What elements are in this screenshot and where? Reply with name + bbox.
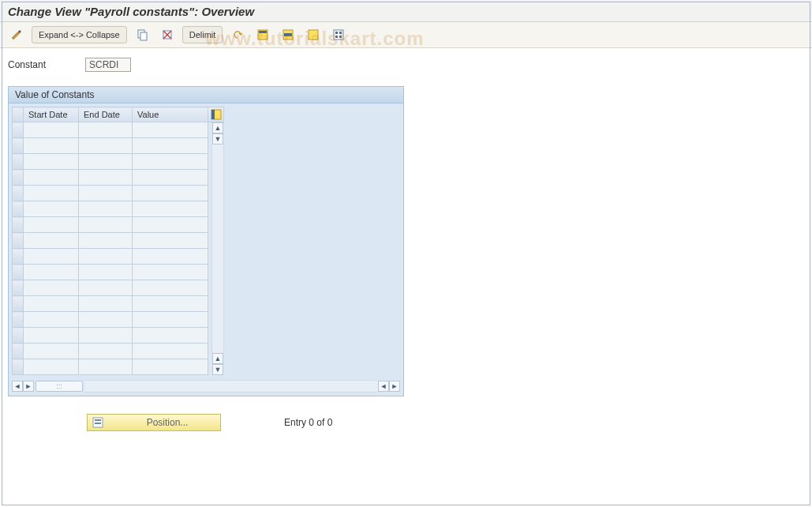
table-row[interactable] [13,280,208,296]
table-row[interactable] [13,201,208,217]
row-selector[interactable] [13,154,24,170]
cell-start-date[interactable] [24,359,79,375]
col-header-end-date[interactable]: End Date [79,107,133,122]
row-selector[interactable] [13,359,24,375]
cell-value[interactable] [133,170,208,186]
cell-end-date[interactable] [79,280,133,296]
table-row[interactable] [13,170,208,186]
table-row[interactable] [13,249,208,265]
cell-value[interactable] [133,344,208,359]
table-row[interactable] [13,233,208,249]
cell-value[interactable] [133,249,208,265]
table-row[interactable] [13,217,208,233]
cell-value[interactable] [133,154,208,170]
cell-value[interactable] [133,217,208,233]
cell-start-date[interactable] [24,328,79,344]
delimit-button[interactable]: Delimit [182,26,223,43]
row-selector[interactable] [13,170,24,186]
cell-end-date[interactable] [79,328,133,344]
cell-end-date[interactable] [79,217,133,233]
col-header-value[interactable]: Value [133,107,208,122]
row-selector[interactable] [13,249,24,265]
scroll-down-button[interactable]: ▼ [212,364,223,375]
vertical-scrollbar[interactable]: ▲ ▼ ▲ ▼ [211,122,224,375]
cell-value[interactable] [133,233,208,249]
cell-end-date[interactable] [79,186,133,201]
hscroll-track[interactable] [84,380,378,392]
row-selector[interactable] [13,344,24,359]
scroll-down-small-button[interactable]: ▼ [212,133,223,145]
configure-button[interactable] [328,26,349,43]
table-settings-button[interactable] [208,107,224,122]
cell-value[interactable] [133,328,208,344]
row-selector-header[interactable] [13,107,24,122]
cell-start-date[interactable] [24,344,79,359]
constant-field[interactable] [85,58,131,72]
copy-button[interactable] [132,26,152,43]
cell-end-date[interactable] [79,344,133,359]
position-button[interactable]: Position... [87,414,221,431]
cell-end-date[interactable] [79,312,133,328]
cell-value[interactable] [133,296,208,312]
cell-start-date[interactable] [24,312,79,328]
scroll-left-small-button[interactable]: ◄ [378,381,389,392]
table-row[interactable] [13,186,208,201]
cell-end-date[interactable] [79,201,133,217]
row-selector[interactable] [13,233,24,249]
cell-start-date[interactable] [24,280,79,296]
cell-end-date[interactable] [79,233,133,249]
cell-value[interactable] [133,280,208,296]
cell-value[interactable] [133,312,208,328]
col-header-start-date[interactable]: Start Date [24,107,79,122]
cell-value[interactable] [133,186,208,201]
table-row[interactable] [13,312,208,328]
cell-start-date[interactable] [24,249,79,265]
constants-table[interactable]: Start Date End Date Value [12,107,208,375]
table-row[interactable] [13,122,208,138]
cell-start-date[interactable] [24,170,79,186]
scroll-right-small-button[interactable]: ► [23,381,34,392]
cell-start-date[interactable] [24,154,79,170]
row-selector[interactable] [13,312,24,328]
row-selector[interactable] [13,201,24,217]
table-row[interactable] [13,359,208,375]
cell-value[interactable] [133,138,208,154]
deselect-all-button[interactable] [303,26,324,43]
table-row[interactable] [13,344,208,359]
table-row[interactable] [13,138,208,154]
scroll-right-button[interactable]: ► [389,381,400,392]
cell-value[interactable] [133,122,208,138]
table-row[interactable] [13,296,208,312]
toggle-display-change-button[interactable] [6,26,27,43]
undo-button[interactable] [227,26,248,43]
cell-start-date[interactable] [24,265,79,280]
scroll-up-button[interactable]: ▲ [212,122,223,133]
cell-end-date[interactable] [79,154,133,170]
row-selector[interactable] [13,138,24,154]
table-row[interactable] [13,328,208,344]
vscroll-track[interactable] [211,145,224,353]
cell-start-date[interactable] [24,138,79,154]
row-selector[interactable] [13,122,24,138]
cell-end-date[interactable] [79,296,133,312]
row-selector[interactable] [13,280,24,296]
scroll-up-small-button[interactable]: ▲ [212,353,223,364]
table-row[interactable] [13,154,208,170]
expand-collapse-button[interactable]: Expand <-> Collapse [32,26,127,43]
cell-end-date[interactable] [79,122,133,138]
cell-start-date[interactable] [24,233,79,249]
cell-end-date[interactable] [79,138,133,154]
cell-end-date[interactable] [79,265,133,280]
cell-start-date[interactable] [24,201,79,217]
row-selector[interactable] [13,328,24,344]
delete-button[interactable] [157,26,178,43]
cell-value[interactable] [133,201,208,217]
cell-end-date[interactable] [79,249,133,265]
row-selector[interactable] [13,186,24,201]
select-all-button[interactable] [253,26,273,43]
cell-end-date[interactable] [79,359,133,375]
cell-value[interactable] [133,359,208,375]
cell-start-date[interactable] [24,217,79,233]
select-block-button[interactable] [278,26,298,43]
horizontal-scrollbar[interactable]: ◄ ► ::: ◄ ► [9,378,403,396]
